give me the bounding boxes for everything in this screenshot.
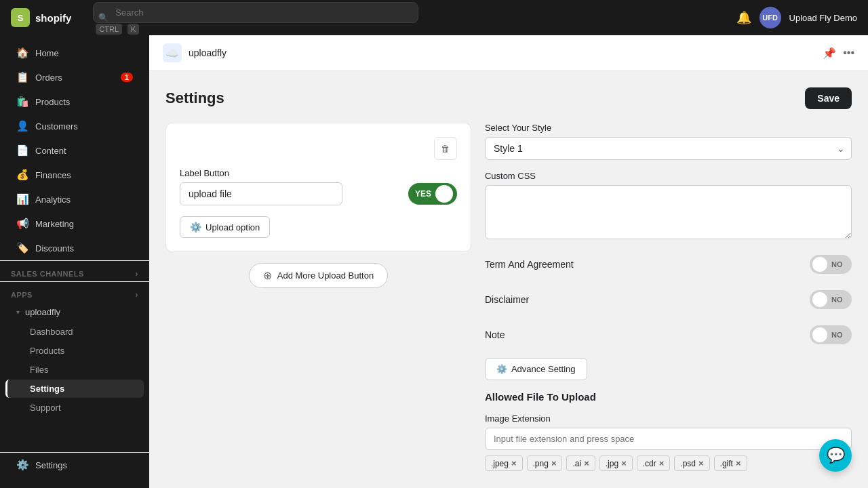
- sidebar-item-support[interactable]: Support: [5, 399, 144, 417]
- shopify-logo-icon: S: [11, 8, 30, 27]
- sidebar-item-label-orders: Orders: [35, 73, 62, 83]
- card-header: 🗑: [180, 137, 457, 160]
- sidebar-item-home[interactable]: 🏠 Home: [5, 41, 144, 64]
- content-icon: 📄: [16, 144, 28, 157]
- ext-tag-png: .png ×: [527, 455, 563, 471]
- sidebar-item-products[interactable]: 🛍️ Products: [5, 90, 144, 113]
- sidebar-item-label-discounts: Discounts: [35, 243, 74, 253]
- apps-chevron: ›: [136, 290, 139, 300]
- more-icon[interactable]: •••: [843, 47, 854, 59]
- sidebar-item-settings-global[interactable]: ⚙️ Settings: [5, 453, 144, 476]
- sidebar-item-settings[interactable]: Settings: [5, 380, 144, 398]
- sidebar-item-orders[interactable]: 📋 Orders 1: [5, 66, 144, 89]
- toggle-container: YES: [408, 183, 457, 205]
- style-select[interactable]: Style 1 Style 2 Style 3: [485, 137, 852, 160]
- ext-tag-psd-label: .psd: [680, 459, 696, 468]
- pin-icon[interactable]: 📌: [823, 47, 836, 60]
- advance-setting-button[interactable]: ⚙️ Advance Setting: [485, 358, 587, 380]
- image-ext-input[interactable]: [485, 428, 852, 450]
- add-more-button[interactable]: ⊕ Add More Upload Button: [249, 263, 388, 288]
- delete-button[interactable]: 🗑: [434, 137, 457, 160]
- support-label: Support: [30, 403, 61, 413]
- term-agreement-toggle[interactable]: NO: [810, 255, 852, 274]
- shopify-logo: S shopify: [11, 8, 71, 27]
- ext-tag-jpeg-label: .jpeg: [491, 459, 509, 468]
- allowed-files-title: Allowed File To Upload: [485, 391, 852, 403]
- sidebar-item-discounts[interactable]: 🏷️ Discounts: [5, 237, 144, 260]
- bell-icon[interactable]: 🔔: [736, 10, 751, 25]
- disclaimer-row: Disclaimer NO: [485, 287, 852, 312]
- allowed-files-section: Allowed File To Upload: [485, 391, 852, 403]
- settings-global-icon: ⚙️: [16, 459, 28, 471]
- advance-setting-label: Advance Setting: [511, 364, 576, 374]
- image-ext-label: Image Extension: [485, 413, 852, 424]
- select-wrapper: Style 1 Style 2 Style 3 ⌄: [485, 137, 852, 160]
- uploadfly-group-label: uploadfly: [25, 307, 60, 317]
- label-input[interactable]: [180, 182, 342, 205]
- apps-section[interactable]: Apps ›: [0, 282, 149, 302]
- sidebar-item-finances[interactable]: 💰 Finances: [5, 163, 144, 186]
- page-content: Settings Save 🗑 Label Button: [149, 71, 868, 487]
- sidebar-item-content[interactable]: 📄 Content: [5, 139, 144, 162]
- user-avatar[interactable]: UFD: [760, 7, 781, 28]
- note-row: Note NO: [485, 323, 852, 347]
- sales-channels-label: Sales channels: [11, 270, 84, 278]
- note-toggle[interactable]: NO: [810, 325, 852, 344]
- disclaimer-toggle[interactable]: NO: [810, 290, 852, 309]
- home-icon: 🏠: [16, 47, 28, 59]
- advance-setting-gear-icon: ⚙️: [496, 364, 507, 374]
- save-button[interactable]: Save: [805, 87, 852, 109]
- upload-option-label: Upload option: [205, 222, 260, 232]
- app-header-left: ☁️ uploadfly: [163, 43, 226, 62]
- add-more-label: Add More Upload Button: [277, 270, 374, 281]
- right-col: Select Your Style Style 1 Style 2 Style …: [485, 123, 852, 471]
- upload-option-button[interactable]: ⚙️ Upload option: [180, 216, 270, 238]
- ext-tag-jpg-label: .jpg: [606, 459, 618, 468]
- ext-tag-gift-remove[interactable]: ×: [736, 458, 741, 468]
- ext-tag-jpg-remove[interactable]: ×: [621, 458, 627, 468]
- ext-tag-cdr-remove[interactable]: ×: [659, 458, 665, 468]
- ext-tag-cdr: .cdr ×: [637, 455, 671, 471]
- two-col-layout: 🗑 Label Button YES: [165, 123, 852, 471]
- main-content: ☁️ uploadfly 📌 ••• Settings Save 🗑: [149, 35, 868, 488]
- ext-tag-ai-label: .ai: [572, 459, 581, 468]
- toggle-yes[interactable]: YES: [408, 183, 457, 205]
- sales-channels-section[interactable]: Sales channels ›: [0, 261, 149, 281]
- sidebar-item-products-sub[interactable]: Products: [5, 342, 144, 360]
- sidebar-item-label-marketing: Marketing: [35, 219, 74, 229]
- ext-tag-jpeg-remove[interactable]: ×: [511, 458, 517, 468]
- custom-css-textarea[interactable]: [485, 185, 852, 239]
- label-row: YES: [180, 182, 457, 205]
- select-style-label: Select Your Style: [485, 123, 852, 133]
- plus-circle-icon: ⊕: [263, 269, 272, 282]
- marketing-icon: 📢: [16, 218, 28, 230]
- chat-bubble[interactable]: 💬: [819, 439, 852, 472]
- customers-icon: 👤: [16, 120, 28, 132]
- ext-tag-png-remove[interactable]: ×: [551, 458, 557, 468]
- sidebar-item-customers[interactable]: 👤 Customers: [5, 115, 144, 138]
- ext-tag-ai-remove[interactable]: ×: [584, 458, 589, 468]
- sidebar-item-dashboard[interactable]: Dashboard: [5, 323, 144, 341]
- kbd-ctrl: CTRL: [96, 24, 122, 35]
- note-off-label: NO: [831, 331, 843, 339]
- uploadfly-group-header[interactable]: ▾ uploadfly: [5, 303, 144, 321]
- sidebar-item-files[interactable]: Files: [5, 361, 144, 379]
- toggle-yes-label: YES: [415, 189, 431, 199]
- ext-tag-cdr-label: .cdr: [643, 459, 656, 468]
- sidebar-item-label-analytics: Analytics: [35, 195, 71, 205]
- files-label: Files: [30, 365, 48, 375]
- ext-tag-psd-remove[interactable]: ×: [698, 458, 704, 468]
- term-off-label: NO: [831, 260, 843, 268]
- sidebar-item-marketing[interactable]: 📢 Marketing: [5, 212, 144, 235]
- term-agreement-label: Term And Agreement: [485, 259, 574, 270]
- disclaimer-label: Disclaimer: [485, 294, 529, 305]
- custom-css-field: Custom CSS: [485, 171, 852, 241]
- settings-label: Settings: [30, 384, 64, 394]
- search-wrapper: CTRL K: [93, 2, 418, 34]
- page-title: Settings: [165, 89, 224, 107]
- sidebar-item-analytics[interactable]: 📊 Analytics: [5, 188, 144, 211]
- search-input[interactable]: [93, 2, 418, 23]
- ext-tag-ai: .ai ×: [566, 455, 595, 471]
- sidebar-item-label-customers: Customers: [35, 121, 78, 131]
- label-field: Label Button YES: [180, 168, 457, 205]
